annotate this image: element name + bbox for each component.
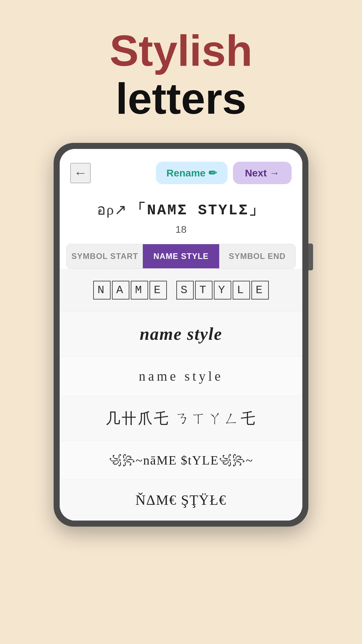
styles-list: N A M E S T Y L E name style name style [60, 269, 302, 521]
preview-styled-name: 「NAMΣ STYLΣ」 [131, 200, 265, 219]
style-item-cjk[interactable]: 几卄爪乇 ㄋㄒㄚㄥ乇 [60, 396, 302, 441]
boxed-char: E [149, 281, 167, 300]
back-button[interactable]: ← [70, 163, 90, 183]
boxed-char: L [233, 281, 250, 300]
header-buttons: Rename ✏ Next → [156, 162, 292, 184]
hero-section: Stylish letters [0, 0, 362, 143]
phone-screen: ← Rename ✏ Next → อρ↗ 「NAMΣ STYLΣ」 18 SY… [60, 149, 302, 521]
style-text-cjk: 几卄爪乇 ㄋㄒㄚㄥ乇 [106, 409, 257, 428]
style-item-decorative[interactable]: ꧁꧂~nāME $tYLE꧁꧂~ [60, 441, 302, 480]
style-item-spaced[interactable]: name style [60, 356, 302, 396]
style-text-special: ŇΔM€ ŞŢŸŁ€ [135, 492, 227, 508]
preview-symbol: อρ↗ [97, 198, 127, 221]
rename-button[interactable]: Rename ✏ [156, 162, 228, 184]
style-item-boxed[interactable]: N A M E S T Y L E [60, 269, 302, 312]
style-text-boxed: N A M E S T Y L E [93, 281, 269, 300]
hero-title-stylish: Stylish [110, 27, 252, 75]
preview-count: 18 [175, 224, 186, 235]
style-text-spaced: name style [139, 368, 223, 384]
boxed-char: N [93, 281, 111, 300]
spacer [168, 281, 175, 300]
hero-title-letters: letters [116, 75, 246, 123]
boxed-char: T [195, 281, 213, 300]
boxed-char: A [112, 281, 129, 300]
style-item-cursive[interactable]: name style [60, 312, 302, 356]
notch [60, 149, 302, 152]
preview-section: อρ↗ 「NAMΣ STYLΣ」 18 [60, 191, 302, 244]
phone-frame: ← Rename ✏ Next → อρ↗ 「NAMΣ STYLΣ」 18 SY… [54, 143, 308, 527]
style-text-cursive: name style [140, 324, 223, 344]
boxed-char: Y [214, 281, 231, 300]
side-button [308, 244, 313, 270]
tab-bar: SYMBOL START NAME STYLE SYMBOL END [66, 244, 296, 269]
boxed-char: S [176, 281, 194, 300]
tab-name-style[interactable]: NAME STYLE [143, 244, 219, 268]
tab-symbol-end[interactable]: SYMBOL END [219, 244, 295, 268]
style-text-decorative: ꧁꧂~nāME $tYLE꧁꧂~ [109, 453, 253, 468]
tab-symbol-start[interactable]: SYMBOL START [67, 244, 143, 268]
preview-name: อρ↗ 「NAMΣ STYLΣ」 [97, 198, 265, 221]
boxed-char: M [131, 281, 148, 300]
next-button[interactable]: Next → [233, 162, 292, 184]
boxed-char: E [251, 281, 269, 300]
back-arrow-icon: ← [74, 165, 87, 180]
app-header: ← Rename ✏ Next → [60, 152, 302, 191]
style-item-special[interactable]: ŇΔM€ ŞŢŸŁ€ [60, 480, 302, 521]
